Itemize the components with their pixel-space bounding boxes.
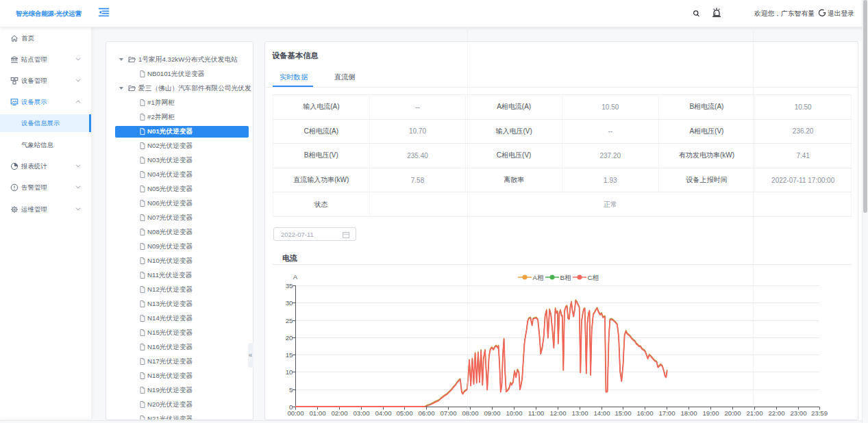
svg-text:5: 5 — [289, 386, 293, 394]
svg-text:23:59: 23:59 — [811, 409, 828, 417]
svg-text:07:00: 07:00 — [440, 409, 457, 417]
svg-text:12:00: 12:00 — [549, 409, 567, 417]
svg-text:A: A — [293, 273, 298, 281]
svg-text:20:00: 20:00 — [724, 409, 741, 417]
svg-text:23:00: 23:00 — [790, 409, 807, 417]
svg-text:01:00: 01:00 — [309, 409, 326, 417]
svg-text:06:00: 06:00 — [418, 409, 435, 417]
svg-text:02:00: 02:00 — [331, 409, 348, 417]
svg-text:08:00: 08:00 — [462, 409, 479, 417]
svg-text:18:00: 18:00 — [680, 409, 697, 417]
svg-text:B相: B相 — [560, 274, 571, 281]
svg-text:16:00: 16:00 — [636, 409, 654, 417]
svg-text:05:00: 05:00 — [396, 409, 413, 417]
svg-text:13:00: 13:00 — [571, 409, 588, 417]
svg-text:21:00: 21:00 — [746, 409, 763, 417]
svg-text:04:00: 04:00 — [375, 409, 392, 417]
svg-text:15: 15 — [286, 351, 293, 359]
svg-text:09:00: 09:00 — [484, 409, 501, 417]
svg-text:C相: C相 — [588, 274, 599, 281]
svg-text:15:00: 15:00 — [615, 409, 632, 417]
svg-text:10: 10 — [286, 368, 293, 376]
svg-text:25: 25 — [286, 317, 293, 324]
svg-text:19:00: 19:00 — [702, 409, 719, 417]
svg-text:17:00: 17:00 — [658, 409, 675, 417]
svg-text:10:00: 10:00 — [506, 409, 523, 417]
svg-text:35: 35 — [286, 282, 293, 290]
svg-text:A相: A相 — [533, 274, 544, 281]
svg-text:00:00: 00:00 — [287, 409, 304, 417]
svg-text:22:00: 22:00 — [768, 409, 785, 417]
svg-text:03:00: 03:00 — [353, 409, 370, 417]
svg-text:30: 30 — [286, 299, 293, 307]
svg-text:14:00: 14:00 — [593, 409, 610, 417]
svg-text:20: 20 — [286, 334, 293, 342]
svg-text:11:00: 11:00 — [528, 409, 545, 417]
